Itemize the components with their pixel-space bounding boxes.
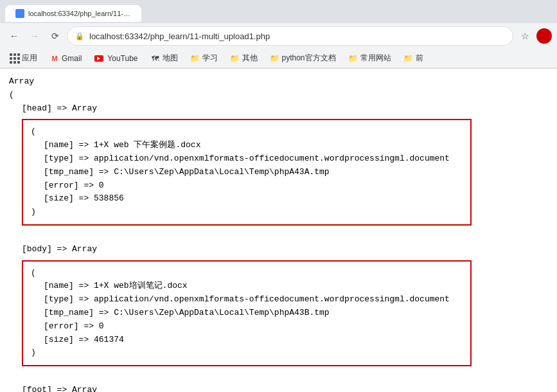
- root-array-label: Array: [9, 75, 548, 89]
- bookmark-gmail[interactable]: M Gmail: [45, 52, 87, 65]
- bookmark-study[interactable]: 📁 学习: [186, 51, 223, 66]
- bookmark-star-button[interactable]: ☆: [516, 27, 534, 45]
- forward-button[interactable]: →: [26, 27, 44, 45]
- tab-favicon: [15, 9, 24, 18]
- body-type-field: [type] => application/vnd.openxmlformats…: [44, 293, 463, 307]
- body-error-field: [error] => 0: [44, 320, 463, 334]
- reload-button[interactable]: ⟳: [46, 27, 64, 45]
- url-text: localhost:63342/php_learn/11-multi_uploa…: [89, 31, 270, 41]
- bookmark-apps-label: 应用: [22, 53, 37, 64]
- page-content: Array ( [head] => Array ( [name] => 1+X …: [0, 69, 557, 392]
- head-name-field: [name] => 1+X web 下午案例题.docx: [44, 139, 463, 152]
- bookmark-other-label: 其他: [242, 53, 258, 64]
- bookmark-youtube[interactable]: YouTube: [89, 52, 143, 65]
- bookmark-python[interactable]: 📁 python官方文档: [265, 51, 341, 66]
- body-size-field: [size] => 461374: [44, 334, 463, 347]
- body-open-paren: (: [31, 267, 463, 280]
- active-tab[interactable]: localhost:63342/php_learn/11-multi_uploa…: [5, 5, 141, 22]
- body-fields: [name] => 1+X web培训笔记.docx [type] => app…: [44, 280, 463, 346]
- more-folder-icon: 📁: [404, 54, 413, 63]
- nav-bar: ← → ⟳ 🔒 localhost:63342/php_learn/11-mul…: [0, 23, 557, 49]
- bookmark-maps-label: 地图: [163, 53, 178, 64]
- lock-icon: 🔒: [75, 32, 84, 40]
- bookmark-study-label: 学习: [202, 53, 218, 64]
- bookmark-more[interactable]: 📁 前: [399, 51, 429, 66]
- maps-icon: 🗺: [151, 54, 160, 63]
- gmail-icon: M: [50, 54, 59, 63]
- head-key: [head] => Array: [22, 103, 97, 113]
- foot-key: [foot] => Array: [22, 385, 97, 392]
- other-folder-icon: 📁: [231, 54, 240, 63]
- bookmark-gmail-label: Gmail: [62, 54, 82, 63]
- head-fields: [name] => 1+X web 下午案例题.docx [type] => a…: [44, 139, 463, 206]
- head-array-block: ( [name] => 1+X web 下午案例题.docx [type] =>…: [22, 119, 472, 226]
- apps-grid-icon: [10, 54, 19, 63]
- youtube-icon: [94, 54, 103, 63]
- study-folder-icon: 📁: [191, 54, 200, 63]
- head-tmpname-field: [tmp_name] => C:\Users\Zep\AppData\Local…: [44, 166, 463, 179]
- tab-title: localhost:63342/php_learn/11-multi_uploa…: [28, 10, 131, 17]
- common-folder-icon: 📁: [349, 54, 358, 63]
- body-name-field: [name] => 1+X web培训笔记.docx: [44, 280, 463, 293]
- body-close-paren: ): [31, 346, 463, 360]
- head-error-field: [error] => 0: [44, 179, 463, 193]
- head-open-paren: (: [31, 125, 463, 139]
- bookmark-more-label: 前: [416, 53, 423, 64]
- address-bar[interactable]: 🔒 localhost:63342/php_learn/11-multi_upl…: [67, 26, 513, 46]
- head-close-paren: ): [31, 206, 463, 219]
- head-block-wrapper: [head] => Array ( [name] => 1+X web 下午案例…: [22, 102, 548, 229]
- body-key: [body] => Array: [22, 244, 97, 254]
- head-size-field: [size] => 538856: [44, 192, 463, 206]
- body-array-block: ( [name] => 1+X web培训笔记.docx [type] => a…: [22, 260, 472, 367]
- bookmark-other[interactable]: 📁 其他: [225, 51, 263, 66]
- root-open-paren: (: [9, 89, 548, 102]
- body-block-wrapper: [body] => Array ( [name] => 1+X web培训笔记.…: [22, 243, 548, 370]
- opera-icon-button[interactable]: [536, 28, 552, 44]
- bookmark-maps[interactable]: 🗺 地图: [146, 51, 183, 66]
- bookmark-apps[interactable]: 应用: [5, 51, 42, 66]
- browser-chrome: localhost:63342/php_learn/11-multi_uploa…: [0, 0, 557, 69]
- bookmarks-bar: 应用 M Gmail YouTube 🗺 地图 📁 学习 📁 其他 📁 pyth…: [0, 49, 557, 68]
- bookmark-common[interactable]: 📁 常用网站: [344, 51, 396, 66]
- bookmark-python-label: python官方文档: [282, 53, 336, 64]
- foot-block-wrapper: [foot] => Array ( [name] => 软件设计说明书.pdf …: [22, 384, 548, 392]
- python-folder-icon: 📁: [270, 54, 279, 63]
- head-type-field: [type] => application/vnd.openxmlformats…: [44, 152, 463, 166]
- bookmark-youtube-label: YouTube: [107, 54, 137, 63]
- body-tmpname-field: [tmp_name] => C:\Users\Zep\AppData\Local…: [44, 307, 463, 320]
- tab-bar: localhost:63342/php_learn/11-multi_uploa…: [0, 0, 557, 23]
- bookmark-common-label: 常用网站: [360, 53, 391, 64]
- back-button[interactable]: ←: [5, 27, 23, 45]
